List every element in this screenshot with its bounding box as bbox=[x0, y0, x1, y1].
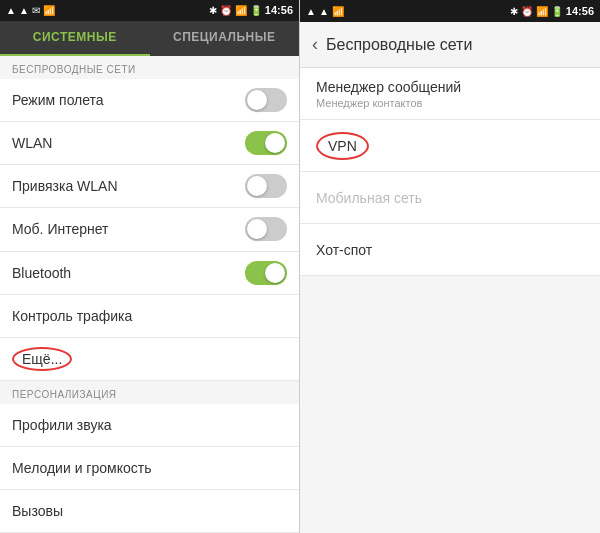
right-status-bar: ▲ ▲ 📶 ✱ ⏰ 📶 🔋 14:56 bbox=[300, 0, 600, 22]
back-title: Беспроводные сети bbox=[326, 36, 472, 54]
wlan-toggle[interactable] bbox=[245, 131, 287, 155]
r-bluetooth-icon: ✱ bbox=[510, 6, 518, 17]
tabs-bar: СИСТЕМНЫЕ СПЕЦИАЛЬНЫЕ bbox=[0, 21, 299, 57]
setting-sound-profiles[interactable]: Профили звука bbox=[0, 404, 299, 447]
wifi-icon-r: 📶 bbox=[235, 5, 247, 16]
setting-mobile-internet[interactable]: Моб. Интернет bbox=[0, 208, 299, 251]
right-item-hotspot[interactable]: Хот-спот bbox=[300, 224, 600, 276]
message-manager-title: Менеджер сообщений bbox=[316, 79, 584, 95]
right-item-mobile-network: Мобильная сеть bbox=[300, 172, 600, 224]
calls-label: Вызовы bbox=[12, 503, 63, 519]
right-status-icons-left: ▲ ▲ 📶 bbox=[306, 6, 344, 17]
setting-more[interactable]: Ещё... bbox=[0, 338, 299, 381]
mobile-internet-toggle[interactable] bbox=[245, 217, 287, 241]
hotspot-title: Хот-спот bbox=[316, 242, 584, 258]
setting-traffic[interactable]: Контроль трафика bbox=[0, 295, 299, 338]
airplane-toggle[interactable] bbox=[245, 88, 287, 112]
time-left: 14:56 bbox=[265, 4, 293, 16]
sound-profiles-label: Профили звука bbox=[12, 417, 112, 433]
signal-icon: ▲ bbox=[6, 5, 16, 16]
mobile-internet-label: Моб. Интернет bbox=[12, 221, 109, 237]
back-header[interactable]: ‹ Беспроводные сети bbox=[300, 22, 600, 68]
right-panel: ▲ ▲ 📶 ✱ ⏰ 📶 🔋 14:56 ‹ Беспроводные сети … bbox=[300, 0, 600, 533]
wlan-tether-toggle[interactable] bbox=[245, 174, 287, 198]
wlan-tether-label: Привязка WLAN bbox=[12, 178, 118, 194]
mobile-network-title: Мобильная сеть bbox=[316, 190, 584, 206]
right-status-icons-right: ✱ ⏰ 📶 🔋 14:56 bbox=[510, 5, 594, 17]
r-signal2-icon: ▲ bbox=[319, 6, 329, 17]
alarm-icon-left: ⏰ bbox=[220, 5, 232, 16]
airplane-label: Режим полета bbox=[12, 92, 104, 108]
left-status-bar: ▲ ▲ ✉ 📶 ✱ ⏰ 📶 🔋 14:56 bbox=[0, 0, 299, 21]
r-battery-icon: 🔋 bbox=[551, 6, 563, 17]
wifi-icon-left: 📶 bbox=[43, 5, 55, 16]
bluetooth-toggle[interactable] bbox=[245, 261, 287, 285]
setting-wlan-tether[interactable]: Привязка WLAN bbox=[0, 165, 299, 208]
setting-calls[interactable]: Вызовы bbox=[0, 490, 299, 533]
setting-airplane[interactable]: Режим полета bbox=[0, 79, 299, 122]
traffic-label: Контроль трафика bbox=[12, 308, 132, 324]
setting-bluetooth[interactable]: Bluetooth bbox=[0, 252, 299, 295]
setting-ringtones[interactable]: Мелодии и громкость bbox=[0, 447, 299, 490]
r-wifi2-icon: 📶 bbox=[536, 6, 548, 17]
time-right: 14:56 bbox=[566, 5, 594, 17]
left-status-icons-right: ✱ ⏰ 📶 🔋 14:56 bbox=[209, 4, 293, 16]
message-manager-sub: Менеджер контактов bbox=[316, 97, 584, 109]
bluetooth-icon-left: ✱ bbox=[209, 5, 217, 16]
tab-systemnye[interactable]: СИСТЕМНЫЕ bbox=[0, 21, 150, 57]
left-panel: ▲ ▲ ✉ 📶 ✱ ⏰ 📶 🔋 14:56 СИСТЕМНЫЕ СПЕЦИАЛЬ… bbox=[0, 0, 300, 533]
tab-specialnye[interactable]: СПЕЦИАЛЬНЫЕ bbox=[150, 21, 300, 57]
r-wifi-icon: 📶 bbox=[332, 6, 344, 17]
more-label: Ещё... bbox=[12, 347, 72, 371]
battery-icon-left: 🔋 bbox=[250, 5, 262, 16]
r-signal-icon: ▲ bbox=[306, 6, 316, 17]
setting-wlan[interactable]: WLAN bbox=[0, 122, 299, 165]
back-arrow-icon[interactable]: ‹ bbox=[312, 34, 318, 55]
right-item-vpn[interactable]: VPN bbox=[300, 120, 600, 172]
signal2-icon: ▲ bbox=[19, 5, 29, 16]
wlan-label: WLAN bbox=[12, 135, 52, 151]
message-icon: ✉ bbox=[32, 5, 40, 16]
section-wireless-header: БЕСПРОВОДНЫЕ СЕТИ bbox=[0, 56, 299, 79]
r-alarm-icon: ⏰ bbox=[521, 6, 533, 17]
section-personal-header: ПЕРСОНАЛИЗАЦИЯ bbox=[0, 381, 299, 404]
ringtones-label: Мелодии и громкость bbox=[12, 460, 151, 476]
bluetooth-label: Bluetooth bbox=[12, 265, 71, 281]
left-status-icons-left: ▲ ▲ ✉ 📶 bbox=[6, 5, 55, 16]
right-item-message-manager[interactable]: Менеджер сообщений Менеджер контактов bbox=[300, 68, 600, 120]
vpn-label: VPN bbox=[316, 132, 369, 160]
